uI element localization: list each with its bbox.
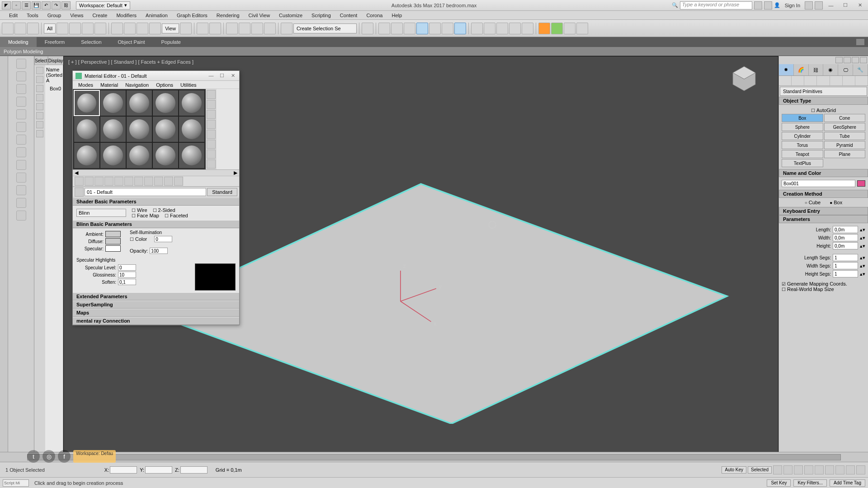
select-by-material-icon[interactable]	[207, 160, 216, 169]
opacity-spinner[interactable]	[150, 248, 168, 254]
maximize-icon[interactable]: ☐	[218, 73, 226, 79]
mat-menu-navigation[interactable]: Navigation	[122, 81, 152, 89]
nav-icon[interactable]	[835, 465, 844, 474]
autodesk-cloud-icon[interactable]	[551, 23, 563, 34]
rollout-mental-ray[interactable]: mental ray Connection	[73, 317, 239, 325]
wseg-spinner[interactable]	[833, 262, 858, 269]
video-color-icon[interactable]	[207, 130, 216, 139]
tool-icon[interactable]	[16, 109, 26, 119]
material-slot[interactable]	[126, 142, 152, 169]
faceted-check[interactable]: ☐ Faceted	[165, 213, 188, 218]
go-parent-icon[interactable]	[164, 177, 173, 186]
x-field[interactable]	[110, 466, 137, 474]
spinner-arrows-icon[interactable]: ▴▾	[860, 263, 865, 269]
play-start-icon[interactable]	[773, 465, 782, 474]
material-slot[interactable]	[100, 142, 126, 169]
gloss-spinner[interactable]	[118, 272, 136, 278]
explorer-filter-icon[interactable]	[36, 121, 43, 128]
explorer-filter-icon[interactable]	[36, 94, 43, 101]
put-material-icon[interactable]	[85, 177, 94, 186]
tool-icon[interactable]	[16, 198, 26, 208]
slot-scroller[interactable]: ◀▶	[73, 169, 239, 176]
rollout-maps[interactable]: Maps	[73, 309, 239, 317]
utilities-tab-icon[interactable]: 🔧	[853, 64, 868, 75]
twoside-check[interactable]: ☐ 2-Sided	[153, 207, 175, 213]
arrow-left-icon[interactable]: ◀	[75, 170, 78, 176]
menu-group[interactable]: Group	[43, 11, 66, 19]
tool-icon[interactable]	[16, 97, 26, 107]
sample-type-icon[interactable]	[207, 90, 216, 99]
spinner-arrows-icon[interactable]: ▴▾	[860, 235, 865, 241]
mat-editor-titlebar[interactable]: Material Editor - 01 - Default — ☐ ✕	[73, 71, 239, 81]
angle-snap-icon[interactable]	[239, 23, 250, 34]
help-icon[interactable]	[815, 1, 823, 9]
close-button[interactable]: ✕	[854, 1, 866, 9]
rollout-blinn-basic[interactable]: Blinn Basic Parameters	[73, 220, 239, 228]
move-icon[interactable]	[111, 23, 123, 34]
material-slot[interactable]	[100, 116, 126, 142]
bind-spacewarp-icon[interactable]	[27, 23, 39, 34]
window-crossing-icon[interactable]	[94, 23, 106, 34]
undo-icon[interactable]: ↶	[42, 1, 51, 9]
add-time-tag-button[interactable]: Add Time Tag	[830, 479, 865, 487]
key-filters-button[interactable]: Key Filters...	[793, 479, 827, 487]
nav-icon[interactable]	[846, 465, 855, 474]
minimize-button[interactable]: —	[825, 1, 837, 9]
material-type-button[interactable]: Standard	[207, 188, 237, 196]
render-activeshade-icon[interactable]	[522, 23, 533, 34]
menu-rendering[interactable]: Rendering	[212, 11, 244, 19]
radio-cube[interactable]: ○ Cube	[805, 200, 821, 205]
tool-icon[interactable]	[16, 122, 26, 132]
arrow-right-icon[interactable]: ▶	[234, 170, 237, 176]
spinner-arrows-icon[interactable]: ▴▾	[860, 271, 865, 277]
menu-edit[interactable]: Edit	[5, 11, 22, 19]
twitter-icon[interactable]: t	[27, 450, 40, 463]
z-field[interactable]	[180, 466, 208, 474]
explorer-tab-display[interactable]: Display	[48, 56, 64, 65]
menu-create[interactable]: Create	[88, 11, 112, 19]
spinner-arrows-icon[interactable]: ▴▾	[860, 255, 865, 261]
ribbon-tab-objectpaint[interactable]: Object Paint	[110, 37, 153, 47]
maximize-button[interactable]: ☐	[839, 1, 852, 9]
menu-help[interactable]: Help	[387, 11, 406, 19]
spinner-arrows-icon[interactable]: ▴▾	[860, 243, 865, 249]
obj-btn-cylinder[interactable]: Cylinder	[782, 132, 823, 140]
forge-icon[interactable]	[538, 23, 550, 34]
auto-key-button[interactable]: Auto Key	[722, 466, 746, 474]
tool-icon[interactable]	[16, 173, 26, 183]
cat-lights-icon[interactable]	[804, 76, 817, 85]
mat-menu-modes[interactable]: Modes	[75, 81, 97, 89]
new-icon[interactable]: ▫	[12, 1, 21, 9]
mat-menu-utilities[interactable]: Utilities	[177, 81, 200, 89]
select-by-name-icon[interactable]	[69, 23, 81, 34]
viewcube[interactable]	[728, 63, 760, 94]
make-preview-icon[interactable]	[207, 140, 216, 149]
obj-btn-sphere[interactable]: Sphere	[782, 123, 823, 131]
layer-explorer-icon[interactable]	[404, 23, 415, 34]
obj-btn-geosphere[interactable]: GeoSphere	[824, 123, 866, 131]
color-spinner[interactable]	[154, 236, 172, 242]
instagram-icon[interactable]: ◎	[42, 450, 55, 463]
hseg-spinner[interactable]	[833, 270, 858, 277]
menu-views[interactable]: Views	[66, 11, 88, 19]
tool-icon[interactable]	[564, 23, 576, 34]
cat-geometry-icon[interactable]	[779, 76, 792, 85]
material-editor-icon[interactable]	[454, 23, 466, 34]
help-search[interactable]: Type a keyword or phrase	[680, 1, 752, 9]
link-icon[interactable]: ⛓	[61, 1, 71, 9]
go-forward-icon[interactable]	[174, 177, 183, 186]
explorer-filter-icon[interactable]	[36, 130, 43, 137]
play-end-icon[interactable]	[815, 465, 824, 474]
material-slot[interactable]	[152, 142, 179, 169]
material-slot[interactable]	[152, 116, 179, 142]
show-map-icon[interactable]	[144, 177, 153, 186]
material-slot[interactable]	[74, 90, 100, 116]
cmd-panel-dock-icon[interactable]	[844, 57, 851, 63]
rollout-creation-method[interactable]: Creation Method	[779, 190, 868, 198]
menu-customize[interactable]: Customize	[274, 11, 307, 19]
gen-mapping-check[interactable]: ☑ Generate Mapping Coords.	[782, 281, 865, 286]
diffuse-swatch[interactable]	[105, 238, 121, 244]
ribbon-tab-selection[interactable]: Selection	[73, 37, 109, 47]
facebook-icon[interactable]: f	[58, 450, 71, 463]
cat-helpers-icon[interactable]	[830, 76, 843, 85]
